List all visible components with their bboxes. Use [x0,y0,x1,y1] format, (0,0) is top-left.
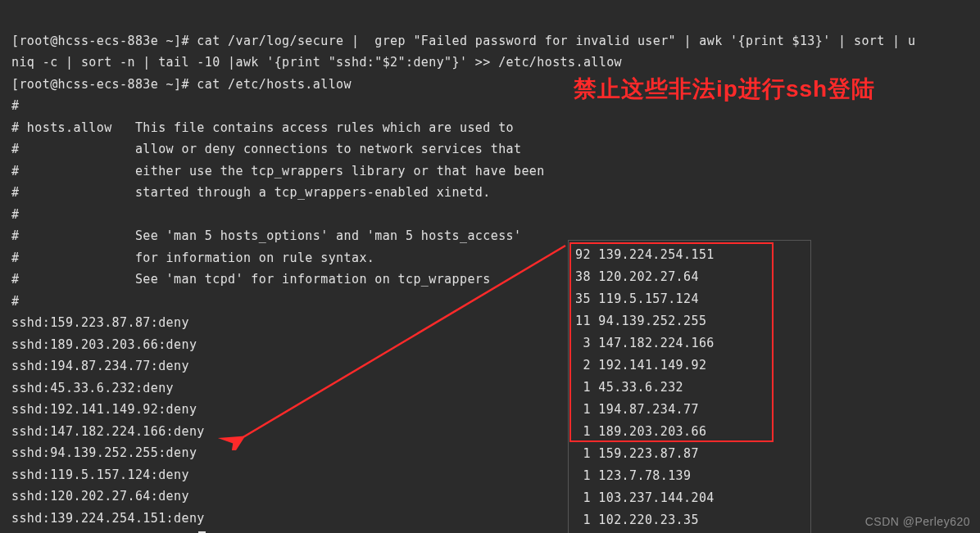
deny-rule: sshd:139.224.254.151:deny [11,511,205,526]
ip-count-row: 1 103.237.144.204 [569,487,810,509]
ip-count-row: 11 94.139.252.255 [569,310,810,332]
prompt: [root@hcss-ecs-883e ~]# [11,34,197,48]
ip-count-row: 1 45.33.6.232 [569,377,810,399]
ip-count-row: 38 120.202.27.64 [569,266,810,288]
ip-count-row: 1 189.203.203.66 [569,421,810,443]
deny-rule: sshd:189.203.203.66:deny [11,337,197,352]
annotation-text: 禁止这些非法ip进行ssh登陆 [574,74,875,105]
file-line: # See 'man 5 hosts_options' and 'man 5 h… [11,228,521,243]
ip-count-row: 35 119.5.157.124 [569,288,810,310]
ip-count-row: 1 102.220.23.35 [569,509,810,531]
deny-rule: sshd:120.202.27.64:deny [11,489,189,504]
file-line: # [11,294,19,309]
ip-count-row: 3 147.182.224.166 [569,332,810,355]
cmd1-line1: cat /var/log/secure | grep "Failed passw… [197,34,915,48]
file-line: # [11,98,19,113]
deny-rule: sshd:147.182.224.166:deny [11,424,205,439]
deny-rule: sshd:119.5.157.124:deny [11,468,189,482]
file-line: # hosts.allow This file contains access … [11,120,514,135]
file-line: # [11,207,19,222]
deny-rule: sshd:45.33.6.232:deny [11,381,174,395]
deny-rule: sshd:194.87.234.77:deny [11,359,189,373]
cmd2: cat /etc/hosts.allow [197,77,352,92]
watermark: CSDN @Perley620 [865,515,970,528]
deny-rule: sshd:94.139.252.255:deny [11,445,197,460]
ip-count-row: 92 139.224.254.151 [569,244,810,266]
cmd1-line2: niq -c | sort -n | tail -10 |awk '{print… [11,55,622,70]
file-line: # allow or deny connections to network s… [11,142,521,156]
file-line: # started through a tcp_wrappers-enabled… [11,185,491,200]
file-line: # See 'man tcpd' for information on tcp_… [11,272,491,287]
ip-count-row: 1 123.7.78.139 [569,465,810,487]
prompt: [root@hcss-ecs-883e ~]# [11,77,197,92]
deny-rule: sshd:192.141.149.92:deny [11,402,197,417]
deny-rule: sshd:159.223.87.87:deny [11,315,189,330]
ip-count-panel: 92 139.224.254.151 38 120.202.27.64 35 1… [568,240,811,533]
ip-count-row: 1 194.87.234.77 [569,399,810,421]
file-line: # either use the tcp_wrappers library or… [11,164,545,178]
ip-count-row: 2 192.141.149.92 [569,355,810,377]
file-line: # for information on rule syntax. [11,251,374,265]
ip-count-row: 1 159.223.87.87 [569,443,810,465]
